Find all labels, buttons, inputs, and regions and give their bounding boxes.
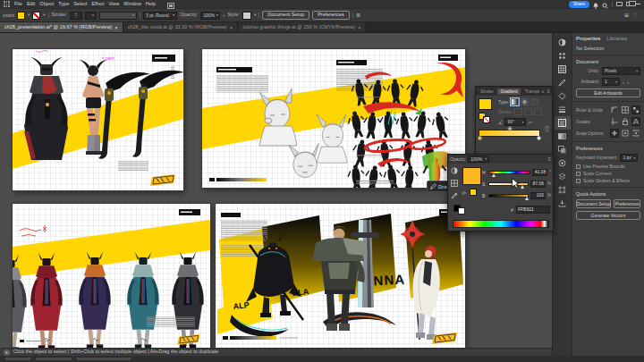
- stroke-along-icon[interactable]: [524, 108, 532, 115]
- fill-caret-icon[interactable]: ▾: [28, 13, 30, 18]
- document-tab-2[interactable]: ch28_title mock.ai @ 33.33 % (RGB/Previe…: [123, 22, 239, 32]
- menu-type[interactable]: Type: [58, 2, 69, 7]
- artboard-1[interactable]: path: [13, 49, 183, 190]
- close-tab-icon[interactable]: ×: [114, 25, 118, 30]
- document-tab-3[interactable]: colorso graphic things.ai @ 150 % (CMYK/…: [238, 22, 366, 32]
- tint-icon[interactable]: [450, 166, 458, 174]
- stroke-profile-dropdown[interactable]: [85, 12, 97, 20]
- snap-to-pixel-icon[interactable]: [621, 129, 630, 138]
- more-options-icon[interactable]: ⋮: [632, 13, 638, 18]
- artboard-2[interactable]: [202, 49, 465, 188]
- swatch-grid-icon[interactable]: [450, 179, 458, 187]
- symbols-panel-icon[interactable]: [555, 89, 571, 103]
- character-variant-3[interactable]: [127, 251, 158, 348]
- stroke-within-icon[interactable]: [514, 108, 522, 115]
- properties-panel-icon[interactable]: [555, 116, 571, 130]
- color-panel-icon[interactable]: [555, 36, 571, 49]
- scale-corners-checkbox[interactable]: [576, 172, 580, 176]
- quick-preferences-button[interactable]: Preferences: [614, 199, 640, 208]
- collapse-panel-icon[interactable]: »: [541, 88, 544, 94]
- artboard-1-artwork[interactable]: path: [13, 49, 183, 190]
- minimize-icon[interactable]: [636, 4, 640, 4]
- menu-effect[interactable]: Effect: [92, 2, 105, 7]
- stroke-panel-icon[interactable]: [555, 103, 571, 116]
- opacity-dropdown[interactable]: 100%: [200, 12, 220, 20]
- layers-panel-icon[interactable]: [555, 170, 571, 183]
- align-options-icon[interactable]: ≣: [356, 13, 360, 18]
- none-link-icon[interactable]: ⊘: [462, 190, 466, 196]
- snap-to-grid-icon[interactable]: [610, 129, 619, 138]
- workspace-switcher-icon[interactable]: [167, 0, 174, 13]
- menu-edit[interactable]: Edit: [27, 2, 35, 7]
- color-opacity-dropdown[interactable]: 100%: [468, 156, 489, 163]
- panel-options-icon[interactable]: ⊞: [624, 13, 629, 18]
- radial-gradient-icon[interactable]: [521, 98, 529, 105]
- artboard-navigation-control[interactable]: [36, 358, 72, 360]
- saturation-slider[interactable]: [488, 182, 529, 186]
- linear-gradient-icon[interactable]: [511, 98, 519, 105]
- show-guides-icon[interactable]: [610, 117, 619, 126]
- swatches-panel-icon[interactable]: [555, 63, 571, 76]
- stroke-color-swatch[interactable]: [32, 12, 40, 20]
- hue-slider[interactable]: [488, 171, 530, 174]
- brush-preview-dropdown[interactable]: [99, 12, 137, 20]
- menu-select[interactable]: Select: [73, 2, 87, 7]
- share-button[interactable]: Share: [569, 1, 589, 8]
- panel-menu-icon[interactable]: ≡: [547, 88, 550, 94]
- gradient-fill-swatch[interactable]: [479, 98, 492, 110]
- tab-stroke[interactable]: Stroke: [478, 88, 496, 95]
- menu-file[interactable]: File: [14, 2, 22, 7]
- stroke-weight-stepper[interactable]: ▴▾: [70, 12, 82, 20]
- hue-value-field[interactable]: 41.08: [532, 169, 548, 176]
- hex-value-field[interactable]: FFB921: [516, 206, 550, 214]
- character-front-view[interactable]: [24, 57, 68, 160]
- opacity-expand-icon[interactable]: ›: [223, 13, 225, 18]
- character-variant-4[interactable]: [172, 251, 203, 348]
- artboard-4[interactable]: ALP BLA ANNA: [216, 204, 465, 348]
- style-caret-icon[interactable]: ▾: [254, 13, 256, 18]
- make-guides-icon[interactable]: [631, 117, 640, 126]
- preferences-button[interactable]: Preferences: [312, 11, 350, 20]
- stroke-proxy-swatch[interactable]: [483, 116, 490, 123]
- saturation-value-field[interactable]: 87.06: [530, 181, 546, 188]
- stroke-caret-icon[interactable]: ▾: [43, 13, 45, 18]
- white-swatch[interactable]: [458, 207, 465, 215]
- brightness-value-field[interactable]: 100: [530, 192, 546, 199]
- delete-stop-trash-icon[interactable]: [544, 125, 550, 132]
- search-icon[interactable]: [602, 0, 608, 13]
- next-artboard-icon[interactable]: ›: [627, 80, 629, 85]
- artboard-3[interactable]: [13, 204, 210, 348]
- tab-properties[interactable]: Properties: [576, 36, 600, 41]
- arrange-documents-icon[interactable]: [616, 2, 623, 6]
- transparency-panel-icon[interactable]: [555, 143, 571, 156]
- panel-menu-icon[interactable]: ≡: [547, 156, 551, 162]
- document-setup-button[interactable]: Document Setup: [262, 11, 309, 20]
- artboard-2-artwork[interactable]: [202, 49, 465, 188]
- tab-transparency[interactable]: Transparency: [522, 88, 540, 95]
- units-dropdown[interactable]: Pixels: [602, 67, 640, 75]
- generate-vectors-button[interactable]: Generate Vectors: [576, 211, 640, 220]
- menu-help[interactable]: Help: [146, 2, 156, 7]
- notifications-bell-icon[interactable]: [593, 0, 598, 13]
- freeform-gradient-icon[interactable]: [530, 98, 538, 105]
- gradient-stop-right[interactable]: [537, 136, 541, 140]
- pixel-grid-icon[interactable]: [631, 105, 640, 114]
- keyboard-increment-field[interactable]: 1 px: [620, 154, 638, 162]
- color-spectrum-bar[interactable]: [453, 220, 549, 228]
- app-launcher-icon[interactable]: [4, 1, 10, 7]
- gradient-stop-left[interactable]: [478, 136, 482, 140]
- menu-window[interactable]: Window: [123, 2, 141, 7]
- lock-guides-icon[interactable]: [621, 117, 630, 126]
- reverse-gradient-icon[interactable]: ⇄: [528, 120, 532, 125]
- menu-view[interactable]: View: [108, 2, 119, 7]
- tab-libraries[interactable]: Libraries: [606, 36, 627, 41]
- brightness-slider[interactable]: [488, 194, 529, 198]
- close-tab-icon[interactable]: ×: [230, 25, 233, 30]
- artboard-4-artwork[interactable]: ALP BLA ANNA: [216, 204, 465, 348]
- eyedropper-icon[interactable]: [450, 191, 458, 199]
- tab-gradient[interactable]: Gradient: [497, 88, 520, 95]
- grid-icon[interactable]: [621, 105, 630, 114]
- quick-document-setup-button[interactable]: Document Setup: [576, 199, 611, 208]
- brushes-panel-icon[interactable]: [555, 76, 571, 89]
- asset-export-panel-icon[interactable]: [555, 197, 571, 210]
